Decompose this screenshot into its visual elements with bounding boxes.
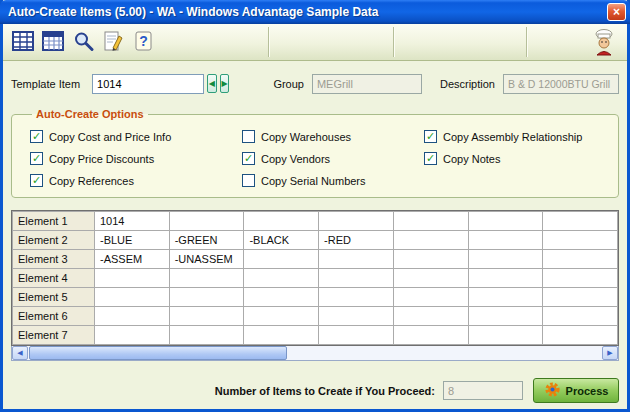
grid-cell[interactable] <box>244 250 319 269</box>
grid-cell[interactable] <box>169 212 244 231</box>
grid-cell[interactable] <box>468 212 543 231</box>
options-columns: ✓Copy Cost and Price Info✓Copy Price Dis… <box>30 130 608 187</box>
previous-item-button[interactable]: ◀ <box>207 74 217 93</box>
grid-cell[interactable] <box>393 250 468 269</box>
grid-row-header[interactable]: Element 5 <box>13 288 95 307</box>
grid-cell[interactable] <box>543 326 618 345</box>
checkbox-unchecked-icon[interactable] <box>242 174 255 187</box>
grid-cell[interactable] <box>393 269 468 288</box>
grid-cell[interactable] <box>468 250 543 269</box>
checkbox-copy-serial-numbers[interactable]: Copy Serial Numbers <box>242 174 424 187</box>
grid-cell[interactable] <box>169 269 244 288</box>
grid-cell[interactable] <box>468 231 543 250</box>
grid-cell[interactable] <box>468 326 543 345</box>
grid-cell[interactable] <box>468 307 543 326</box>
checkbox-label: Copy Serial Numbers <box>261 175 366 187</box>
grid-cell[interactable] <box>169 307 244 326</box>
grid-cell[interactable] <box>95 307 170 326</box>
grid-cell[interactable] <box>319 212 394 231</box>
grid-cell[interactable] <box>319 250 394 269</box>
grid-cell[interactable] <box>169 288 244 307</box>
checkbox-label: Copy Cost and Price Info <box>49 131 171 143</box>
grid-cell[interactable] <box>319 307 394 326</box>
grid-row-header[interactable]: Element 6 <box>13 307 95 326</box>
grid-row-header[interactable]: Element 7 <box>13 326 95 345</box>
grid-cell[interactable] <box>319 288 394 307</box>
template-item-input[interactable] <box>92 74 204 94</box>
grid-row: Element 7 <box>13 326 618 345</box>
grid-cell[interactable] <box>543 231 618 250</box>
grid-cell[interactable] <box>319 326 394 345</box>
grid-cell[interactable] <box>244 326 319 345</box>
scrollbar-track[interactable] <box>28 346 602 360</box>
help-icon: ? <box>133 31 154 53</box>
grid-cell[interactable]: -GREEN <box>169 231 244 250</box>
grid-cell[interactable] <box>244 307 319 326</box>
checkbox-checked-icon[interactable]: ✓ <box>30 174 43 187</box>
grid-cell[interactable] <box>393 212 468 231</box>
svg-text:?: ? <box>139 33 148 49</box>
grid-cell[interactable]: -BLUE <box>95 231 170 250</box>
scroll-right-button[interactable]: ▶ <box>602 346 618 360</box>
gear-icon <box>544 381 561 400</box>
grid-cell[interactable] <box>468 288 543 307</box>
scrollbar-thumb[interactable] <box>29 346 287 360</box>
grid-cell[interactable] <box>95 269 170 288</box>
grid-horizontal-scrollbar[interactable]: ◀ ▶ <box>11 346 619 361</box>
grid-cell[interactable] <box>393 231 468 250</box>
options-column: ✓Copy Cost and Price Info✓Copy Price Dis… <box>30 130 242 187</box>
checkbox-checked-icon[interactable]: ✓ <box>424 130 437 143</box>
checkbox-copy-price-discounts[interactable]: ✓Copy Price Discounts <box>30 152 242 165</box>
grid-cell[interactable] <box>543 250 618 269</box>
process-button[interactable]: Process <box>533 378 619 403</box>
grid-cell[interactable] <box>95 288 170 307</box>
grid-cell[interactable] <box>543 269 618 288</box>
grid-cell[interactable]: -UNASSEM <box>169 250 244 269</box>
grid-cell[interactable] <box>244 269 319 288</box>
checkbox-checked-icon[interactable]: ✓ <box>424 152 437 165</box>
checkbox-unchecked-icon[interactable] <box>242 130 255 143</box>
grid-cell[interactable] <box>393 326 468 345</box>
checkbox-copy-warehouses[interactable]: Copy Warehouses <box>242 130 424 143</box>
checkbox-checked-icon[interactable]: ✓ <box>30 152 43 165</box>
grid-cell[interactable] <box>319 269 394 288</box>
grid-row-header[interactable]: Element 3 <box>13 250 95 269</box>
grid-cell[interactable]: -RED <box>319 231 394 250</box>
calendar-button[interactable] <box>39 28 67 56</box>
grid-cell[interactable] <box>244 288 319 307</box>
scroll-left-button[interactable]: ◀ <box>12 346 28 360</box>
grid-cell[interactable] <box>244 212 319 231</box>
next-item-button[interactable]: ▶ <box>220 74 230 93</box>
grid-cell[interactable] <box>95 326 170 345</box>
grid-cell[interactable] <box>468 269 543 288</box>
grid-row-header[interactable]: Element 1 <box>13 212 95 231</box>
close-button[interactable]: × <box>607 3 626 21</box>
items-grid-button[interactable] <box>9 28 37 56</box>
grid-cell[interactable]: -ASSEM <box>95 250 170 269</box>
toolbar-separator <box>268 27 269 57</box>
grid-row: Element 3-ASSEM-UNASSEM <box>13 250 618 269</box>
search-button[interactable] <box>69 28 97 56</box>
grid-cell[interactable]: -BLACK <box>244 231 319 250</box>
checkbox-copy-assembly-relationship[interactable]: ✓Copy Assembly Relationship <box>424 130 582 143</box>
checkbox-checked-icon[interactable]: ✓ <box>242 152 255 165</box>
help-button[interactable]: ? <box>129 28 157 56</box>
grid-cell[interactable] <box>543 212 618 231</box>
grid-cell[interactable]: 1014 <box>95 212 170 231</box>
grid-row-header[interactable]: Element 4 <box>13 269 95 288</box>
options-column: ✓Copy Assembly Relationship✓Copy Notes <box>424 130 582 187</box>
checkbox-copy-vendors[interactable]: ✓Copy Vendors <box>242 152 424 165</box>
checkbox-copy-cost-and-price-info[interactable]: ✓Copy Cost and Price Info <box>30 130 242 143</box>
grid-cell[interactable] <box>543 288 618 307</box>
grid-cell[interactable] <box>543 307 618 326</box>
options-column: Copy Warehouses✓Copy VendorsCopy Serial … <box>242 130 424 187</box>
grid-cell[interactable] <box>393 307 468 326</box>
grid-row-header[interactable]: Element 2 <box>13 231 95 250</box>
checkbox-copy-notes[interactable]: ✓Copy Notes <box>424 152 582 165</box>
grid-cell[interactable] <box>169 326 244 345</box>
checkbox-copy-references[interactable]: ✓Copy References <box>30 174 242 187</box>
edit-document-button[interactable] <box>99 28 127 56</box>
grid-cell[interactable] <box>393 288 468 307</box>
checkbox-checked-icon[interactable]: ✓ <box>30 130 43 143</box>
group-label: Group <box>273 78 304 90</box>
